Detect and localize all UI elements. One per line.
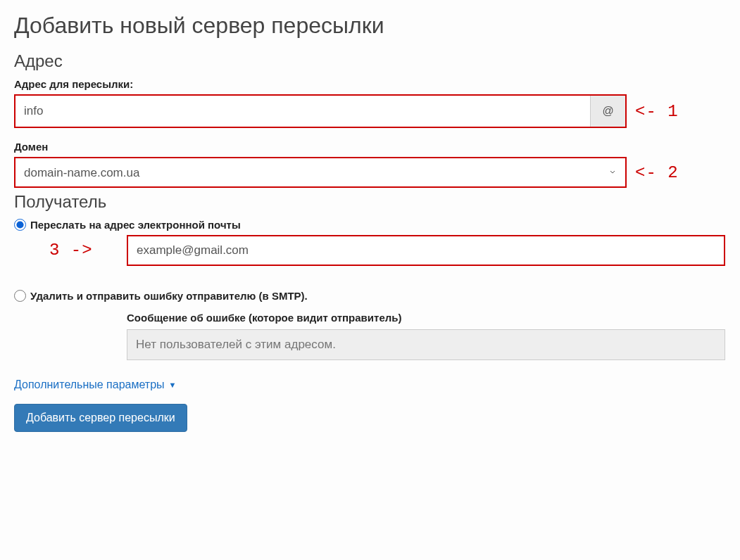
submit-button[interactable]: Добавить сервер пересылки [14, 404, 187, 432]
annotation-2: <- 2 [635, 163, 679, 182]
radio-delete-bounce[interactable] [14, 290, 26, 302]
error-message-label: Сообщение об ошибке (которое видит отпра… [127, 312, 725, 324]
advanced-params-toggle[interactable]: Дополнительные параметры ▼ [14, 378, 176, 391]
radio-delete-bounce-label: Удалить и отправить ошибку отправителю (… [30, 290, 308, 302]
domain-select[interactable]: domain-name.com.ua [14, 157, 627, 188]
domain-label: Домен [14, 141, 726, 153]
forward-address-input[interactable] [15, 96, 590, 127]
radio-forward-email[interactable] [14, 219, 26, 231]
page-title: Добавить новый сервер пересылки [14, 13, 726, 39]
forward-email-input[interactable] [127, 235, 725, 266]
caret-down-icon: ▼ [169, 381, 177, 389]
advanced-params-label: Дополнительные параметры [14, 378, 165, 391]
annotation-3: 3 -> [49, 241, 93, 260]
at-addon: @ [590, 96, 625, 127]
section-title-recipient: Получатель [14, 192, 726, 212]
forward-address-group: @ [14, 94, 627, 128]
annotation-1: <- 1 [635, 102, 679, 121]
section-title-address: Адрес [14, 51, 726, 71]
radio-forward-email-label: Переслать на адрес электронной почты [30, 219, 241, 231]
error-message-input [127, 329, 725, 360]
forward-address-label: Адрес для пересылки: [14, 78, 726, 90]
